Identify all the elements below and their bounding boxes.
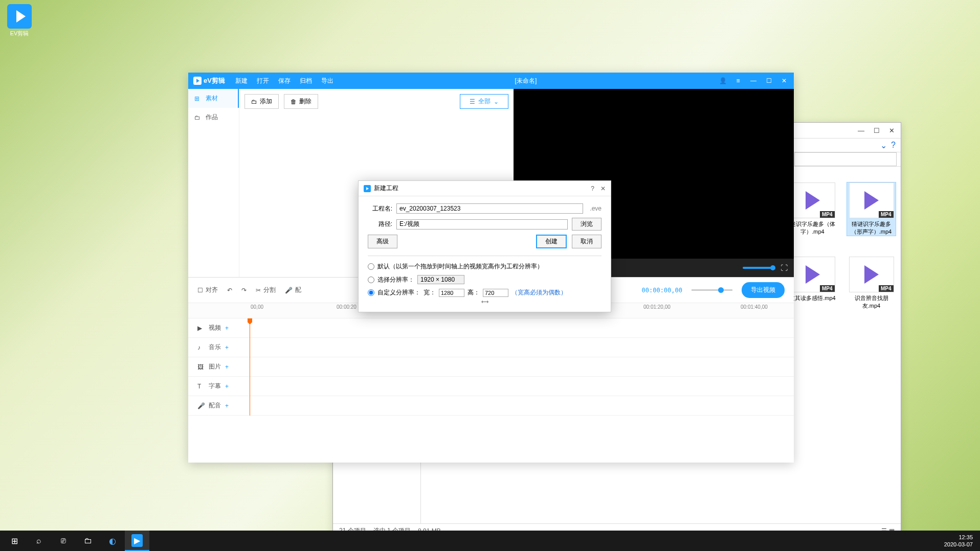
advanced-button[interactable]: 高级 bbox=[368, 235, 397, 248]
sidebar-tab-material[interactable]: ⊞ 素材 bbox=[188, 89, 239, 108]
window-title: [未命名] bbox=[333, 77, 718, 85]
menu-open[interactable]: 打开 bbox=[257, 77, 269, 85]
width-input[interactable] bbox=[439, 289, 464, 297]
desktop-icon-label: EV剪辑 bbox=[4, 30, 35, 37]
explorer-close[interactable]: ✕ bbox=[889, 127, 895, 134]
explorer-minimize[interactable]: — bbox=[858, 127, 864, 134]
height-input[interactable] bbox=[483, 289, 508, 297]
app-logo: eV剪辑 bbox=[193, 76, 225, 85]
filter-dropdown[interactable]: ☰ 全部 ⌄ bbox=[460, 94, 508, 109]
menu-save[interactable]: 保存 bbox=[278, 77, 291, 85]
folder-icon: 🗀 bbox=[194, 114, 202, 121]
playhead[interactable] bbox=[250, 318, 250, 416]
explorer-maximize[interactable]: ☐ bbox=[874, 127, 880, 134]
minimize-button[interactable]: — bbox=[749, 77, 758, 84]
timeline-tracks: ▶视频+ ♪音乐+ 🖼图片+ T字幕+ 🎤配音+ bbox=[188, 318, 794, 416]
add-track-button[interactable]: + bbox=[225, 363, 229, 371]
system-clock[interactable]: 12:35 2020-03-07 bbox=[944, 534, 978, 548]
cancel-button[interactable]: 取消 bbox=[572, 235, 602, 248]
close-button[interactable]: ✕ bbox=[779, 77, 789, 84]
text-icon: T bbox=[197, 383, 205, 390]
volume-slider[interactable] bbox=[743, 267, 773, 269]
zoom-slider[interactable] bbox=[692, 289, 732, 291]
file-item[interactable]: MP4 猜谜识字乐趣多（形声字）.mp4 bbox=[847, 182, 896, 236]
list-icon: ☰ bbox=[470, 98, 475, 105]
help-icon[interactable]: ? bbox=[891, 141, 896, 150]
dub-tool[interactable]: 🎤配 bbox=[285, 286, 301, 294]
resolution-hint: （宽高必须为偶数） bbox=[511, 288, 567, 297]
fullscreen-button[interactable]: ⛶ bbox=[781, 264, 788, 272]
file-item[interactable]: MP4 识音辨音找朋友.mp4 bbox=[847, 257, 896, 310]
taskbar-explorer[interactable]: 🗀 bbox=[76, 531, 100, 551]
maximize-button[interactable]: ☐ bbox=[764, 77, 773, 84]
image-icon: 🖼 bbox=[197, 363, 205, 371]
path-input[interactable] bbox=[396, 219, 568, 229]
timeline-time: 00:00:00,00 bbox=[642, 287, 682, 294]
resolution-select[interactable]: 1920 × 1080 bbox=[417, 275, 464, 284]
export-video-button[interactable]: 导出视频 bbox=[742, 282, 785, 298]
user-icon[interactable]: 👤 bbox=[718, 77, 727, 84]
create-button[interactable]: 创建 bbox=[536, 235, 567, 248]
radio-select-resolution[interactable] bbox=[368, 277, 374, 283]
path-label: 路径: bbox=[368, 220, 392, 228]
browse-button[interactable]: 浏览 bbox=[572, 218, 602, 231]
start-button[interactable]: ⊞ bbox=[2, 531, 27, 551]
delete-button[interactable]: 🗑 删除 bbox=[284, 94, 318, 109]
track-music[interactable]: ♪音乐+ bbox=[188, 338, 794, 357]
close-dialog-button[interactable]: ✕ bbox=[600, 185, 606, 192]
dropdown-icon[interactable]: ⌄ bbox=[880, 141, 887, 150]
add-track-button[interactable]: + bbox=[225, 325, 229, 332]
menu-new[interactable]: 新建 bbox=[235, 77, 248, 85]
taskbar-ev-editor[interactable]: ▶ bbox=[125, 531, 149, 551]
taskbar: ⊞ ⌕ ⎚ 🗀 ◐ ▶ 12:35 2020-03-07 bbox=[0, 531, 980, 551]
chevron-down-icon: ⌄ bbox=[494, 98, 499, 105]
menu-export[interactable]: 导出 bbox=[321, 77, 333, 85]
project-name-label: 工程名: bbox=[368, 204, 392, 213]
project-name-input[interactable] bbox=[396, 203, 583, 214]
track-subtitle[interactable]: T字幕+ bbox=[188, 377, 794, 396]
file-item[interactable]: MP4 迷识字乐趣多（体字）.mp4 bbox=[788, 182, 837, 236]
folder-add-icon: 🗀 bbox=[251, 98, 257, 105]
settings-icon[interactable]: ≡ bbox=[733, 77, 743, 84]
mic-icon: 🎤 bbox=[197, 402, 205, 409]
new-project-dialog: 新建工程 ? ✕ 工程名: .eve 路径: 浏览 高级 创建 取消 默认（以第… bbox=[358, 180, 611, 312]
redo-button[interactable]: ↷ bbox=[241, 287, 247, 294]
radio-custom-resolution[interactable] bbox=[368, 289, 374, 296]
align-tool[interactable]: ☐对齐 bbox=[197, 286, 218, 294]
sidebar-tab-works[interactable]: 🗀 作品 bbox=[188, 108, 239, 127]
music-icon: ♪ bbox=[197, 344, 205, 351]
track-image[interactable]: 🖼图片+ bbox=[188, 357, 794, 377]
add-button[interactable]: 🗀 添加 bbox=[244, 94, 279, 109]
trash-icon: 🗑 bbox=[291, 98, 297, 105]
task-view-button[interactable]: ⎚ bbox=[51, 531, 76, 551]
dialog-title: 新建工程 bbox=[374, 184, 398, 193]
add-track-button[interactable]: + bbox=[225, 402, 229, 409]
desktop-shortcut-ev[interactable]: EV剪辑 bbox=[4, 4, 35, 37]
track-video[interactable]: ▶视频+ bbox=[188, 318, 794, 338]
sidebar: ⊞ 素材 🗀 作品 bbox=[188, 89, 239, 277]
taskbar-app1[interactable]: ◐ bbox=[100, 531, 125, 551]
file-item[interactable]: MP4 文其读多感悟.mp4 bbox=[788, 257, 837, 310]
help-icon[interactable]: ? bbox=[591, 185, 594, 192]
radio-default-resolution[interactable] bbox=[368, 263, 374, 270]
track-voiceover[interactable]: 🎤配音+ bbox=[188, 396, 794, 416]
add-track-button[interactable]: + bbox=[225, 344, 229, 351]
search-button[interactable]: ⌕ bbox=[27, 531, 51, 551]
dialog-icon bbox=[364, 185, 371, 192]
app-titlebar: eV剪辑 新建 打开 保存 归档 导出 [未命名] 👤 ≡ — ☐ ✕ bbox=[188, 73, 794, 89]
grid-icon: ⊞ bbox=[194, 95, 202, 102]
explorer-search-input[interactable] bbox=[794, 152, 897, 166]
video-icon: ▶ bbox=[197, 325, 205, 332]
cursor-resize-icon: ⟷ bbox=[368, 299, 602, 305]
file-extension: .eve bbox=[590, 205, 602, 212]
split-tool[interactable]: ✂分割 bbox=[256, 286, 276, 294]
add-track-button[interactable]: + bbox=[225, 383, 229, 390]
menu-archive[interactable]: 归档 bbox=[300, 77, 312, 85]
undo-button[interactable]: ↶ bbox=[227, 287, 232, 294]
